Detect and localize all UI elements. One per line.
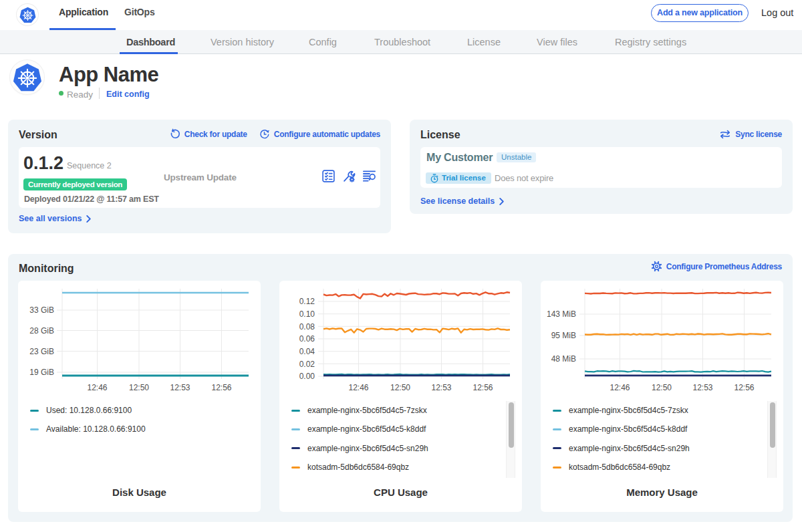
svg-text:33 GiB: 33 GiB [29, 305, 54, 315]
svg-text:12:53: 12:53 [170, 383, 190, 392]
svg-text:48 MiB: 48 MiB [551, 354, 576, 364]
svg-text:12:50: 12:50 [129, 383, 149, 392]
svg-text:12:53: 12:53 [431, 383, 451, 392]
svg-text:12:56: 12:56 [211, 383, 231, 392]
svg-text:28 GiB: 28 GiB [29, 326, 54, 336]
svg-text:0.02: 0.02 [299, 360, 315, 369]
svg-text:19 GiB: 19 GiB [29, 368, 54, 377]
svg-text:12:46: 12:46 [348, 383, 368, 392]
svg-text:12:56: 12:56 [473, 383, 493, 392]
svg-text:12:53: 12:53 [692, 383, 712, 392]
svg-text:12:56: 12:56 [734, 383, 754, 392]
svg-text:0.04: 0.04 [299, 347, 315, 356]
svg-text:0.12: 0.12 [299, 297, 315, 306]
svg-text:0.00: 0.00 [299, 372, 315, 381]
svg-text:143 MiB: 143 MiB [547, 309, 576, 319]
svg-text:12:46: 12:46 [610, 383, 630, 392]
svg-text:12:50: 12:50 [390, 383, 410, 392]
svg-text:12:50: 12:50 [652, 383, 672, 392]
svg-text:0.06: 0.06 [299, 334, 315, 344]
svg-text:23 GiB: 23 GiB [29, 347, 54, 356]
svg-text:95 MiB: 95 MiB [551, 331, 576, 340]
svg-text:0.08: 0.08 [299, 322, 315, 331]
svg-text:0.10: 0.10 [299, 309, 315, 319]
svg-text:12:46: 12:46 [87, 383, 107, 392]
